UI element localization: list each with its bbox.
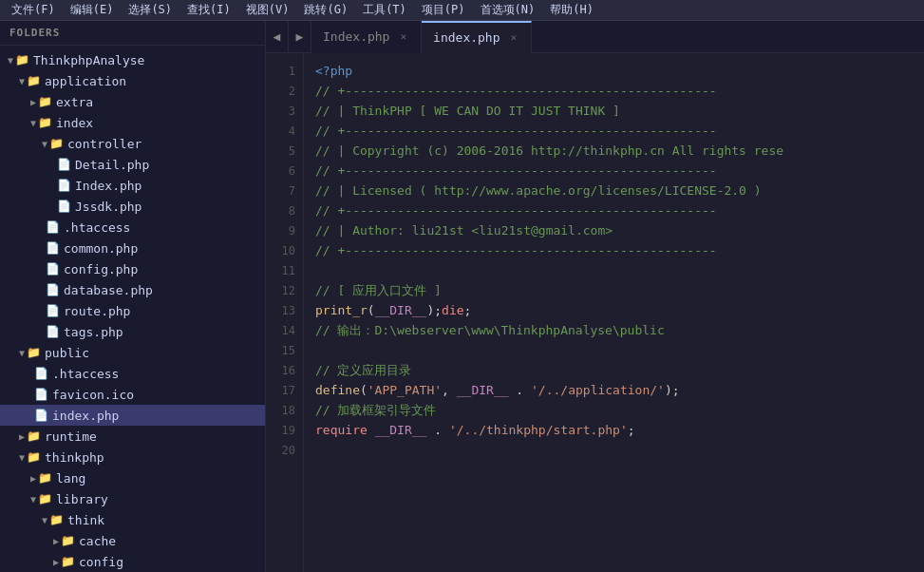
code-line-11 <box>315 260 924 280</box>
arrow-icon: ▶ <box>53 557 59 567</box>
menu-file[interactable]: 文件(F) <box>4 0 63 20</box>
sidebar-item-extra[interactable]: ▶ 📁 extra <box>0 91 265 112</box>
code-line-17: define('APP_PATH', __DIR__ . '/../applic… <box>315 380 924 400</box>
menu-tools[interactable]: 工具(T) <box>355 0 414 20</box>
folder-icon: 📁 <box>61 555 75 568</box>
sidebar-item-favicon[interactable]: 📄 favicon.ico <box>0 384 265 405</box>
file-icon: 📄 <box>34 367 48 380</box>
sidebar-item-tags-php[interactable]: 📄 tags.php <box>0 321 265 342</box>
arrow-icon: ▶ <box>30 473 36 484</box>
tab-next-button[interactable]: ▶ <box>289 21 311 53</box>
arrow-icon: ▼ <box>19 76 25 86</box>
sidebar-item-public[interactable]: ▼ 📁 public <box>0 342 265 363</box>
sidebar-item-jssdk-php[interactable]: 📄 Jssdk.php <box>0 196 265 217</box>
sidebar-item-detail-php[interactable]: 📄 Detail.php <box>0 154 265 175</box>
line-num-1: 1 <box>266 61 303 81</box>
line-num-6: 6 <box>266 161 303 181</box>
arrow-icon: ▶ <box>30 97 36 107</box>
sidebar-item-database-php[interactable]: 📄 database.php <box>0 279 265 300</box>
line-num-13: 13 <box>266 300 303 320</box>
file-icon: 📄 <box>34 409 48 422</box>
arrow-icon: ▼ <box>42 139 47 149</box>
tree-label: route.php <box>64 304 130 318</box>
tree-label: runtime <box>45 429 97 444</box>
main-layout: FOLDERS ▼ 📁 ThinkphpAnalyse ▼ 📁 applicat… <box>0 21 924 572</box>
menu-project[interactable]: 项目(P) <box>414 0 473 20</box>
editor-area: ◀ ▶ Index.php ✕ index.php ✕ 1 2 3 4 5 6 … <box>266 21 924 572</box>
tab-index-php[interactable]: Index.php ✕ <box>311 21 422 53</box>
arrow-icon: ▼ <box>19 348 25 358</box>
sidebar-header: FOLDERS <box>0 21 265 46</box>
sidebar-item-ThinkphpAnalyse[interactable]: ▼ 📁 ThinkphpAnalyse <box>0 49 265 70</box>
sidebar-item-config-php[interactable]: 📄 config.php <box>0 258 265 279</box>
file-icon: 📄 <box>46 283 60 296</box>
sidebar-item-thinkphp[interactable]: ▼ 📁 thinkphp <box>0 447 265 467</box>
file-icon: 📄 <box>46 241 60 255</box>
file-icon: 📄 <box>57 158 71 171</box>
line-num-10: 10 <box>266 240 303 260</box>
line-num-4: 4 <box>266 121 303 141</box>
tree-label: library <box>56 492 108 506</box>
menu-preferences[interactable]: 首选项(N) <box>473 0 543 20</box>
line-num-20: 20 <box>266 440 303 460</box>
tab-prev-button[interactable]: ◀ <box>266 21 289 53</box>
sidebar-item-think[interactable]: ▼ 📁 think <box>0 509 265 530</box>
sidebar-item-lang[interactable]: ▶ 📁 lang <box>0 467 265 488</box>
line-num-19: 19 <box>266 420 303 440</box>
folder-icon: 📁 <box>15 53 29 67</box>
tab-index-php-pub[interactable]: index.php ✕ <box>422 21 532 53</box>
file-icon: 📄 <box>46 304 60 317</box>
arrow-icon: ▼ <box>30 118 36 128</box>
tab-close-icon[interactable]: ✕ <box>508 30 520 45</box>
tree-label: tags.php <box>64 325 123 339</box>
sidebar-item-common-php[interactable]: 📄 common.php <box>0 238 265 258</box>
code-line-16: // 定义应用目录 <box>315 360 924 380</box>
code-line-4: // +------------------------------------… <box>315 121 924 141</box>
sidebar-item-runtime[interactable]: ▶ 📁 runtime <box>0 426 265 447</box>
sidebar-item-index-php-ctrl[interactable]: 📄 Index.php <box>0 175 265 196</box>
sidebar-item-config2[interactable]: ▶ 📁 config <box>0 551 265 572</box>
code-line-9: // | Author: liu21st <liu21st@gmail.com> <box>315 220 924 240</box>
code-line-7: // | Licensed ( http://www.apache.org/li… <box>315 181 924 200</box>
folder-icon: 📁 <box>49 137 64 150</box>
tab-close-icon[interactable]: ✕ <box>397 29 409 44</box>
code-line-10: // +------------------------------------… <box>315 240 924 260</box>
sidebar-item-library[interactable]: ▼ 📁 library <box>0 488 265 509</box>
file-icon: 📄 <box>46 262 60 276</box>
code-line-2: // +------------------------------------… <box>315 81 924 101</box>
line-num-16: 16 <box>266 360 303 380</box>
menu-view[interactable]: 视图(V) <box>238 0 297 20</box>
code-line-5: // | Copyright (c) 2006-2016 http://thin… <box>315 141 924 161</box>
menu-help[interactable]: 帮助(H) <box>542 0 601 20</box>
line-num-8: 8 <box>266 200 303 220</box>
arrow-icon: ▶ <box>19 431 25 442</box>
sidebar-item-index-folder[interactable]: ▼ 📁 index <box>0 112 265 133</box>
code-line-14: // 输出：D:\webserver\www\ThinkphpAnalyse\p… <box>315 320 924 340</box>
menu-goto[interactable]: 跳转(G) <box>296 0 355 20</box>
menu-edit[interactable]: 编辑(E) <box>63 0 122 20</box>
line-num-2: 2 <box>266 81 303 101</box>
line-num-5: 5 <box>266 141 303 161</box>
tree-label: cache <box>79 534 116 548</box>
sidebar-tree[interactable]: ▼ 📁 ThinkphpAnalyse ▼ 📁 application ▶ 📁 … <box>0 46 265 572</box>
code-line-18: // 加载框架引导文件 <box>315 400 924 420</box>
folder-icon: 📁 <box>38 95 52 108</box>
tree-label: public <box>45 346 89 360</box>
sidebar-item-cache[interactable]: ▶ 📁 cache <box>0 530 265 551</box>
folder-icon: 📁 <box>49 513 64 526</box>
file-icon: 📄 <box>34 388 48 401</box>
sidebar-item-route-php[interactable]: 📄 route.php <box>0 300 265 321</box>
code-editor: 1 2 3 4 5 6 7 8 9 10 11 12 13 14 15 16 1… <box>266 53 924 572</box>
menu-find[interactable]: 查找(I) <box>179 0 238 20</box>
sidebar-item-htaccess-pub[interactable]: 📄 .htaccess <box>0 363 265 384</box>
sidebar-item-htaccess-app[interactable]: 📄 .htaccess <box>0 217 265 238</box>
menu-select[interactable]: 选择(S) <box>121 0 179 20</box>
arrow-icon: ▼ <box>19 452 25 463</box>
tree-label: .htaccess <box>64 220 130 235</box>
tree-label: config.php <box>64 262 138 276</box>
sidebar-item-controller[interactable]: ▼ 📁 controller <box>0 133 265 154</box>
sidebar-item-application[interactable]: ▼ 📁 application <box>0 70 265 91</box>
tree-label: ThinkphpAnalyse <box>33 53 144 67</box>
code-content[interactable]: <?php // +------------------------------… <box>304 53 924 572</box>
sidebar-item-index-php-pub[interactable]: 📄 index.php <box>0 405 265 426</box>
